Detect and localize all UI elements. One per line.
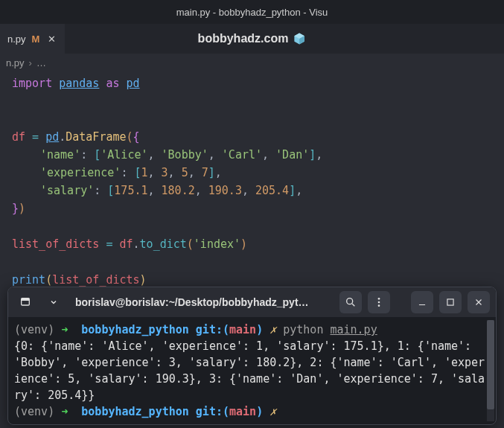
close-icon[interactable]: ✕ — [45, 33, 57, 45]
prompt-cmd: python — [283, 323, 323, 336]
svg-rect-1 — [22, 298, 30, 301]
code-line: df = pd.DataFrame({ — [12, 128, 492, 146]
terminal-scrollbar[interactable] — [487, 320, 494, 421]
code-line: }) — [12, 199, 492, 217]
code-line — [12, 92, 492, 110]
tab-row: n.py M ✕ bobbyhadz.com — [0, 24, 504, 54]
code-line: 'name': ['Alice', 'Bobby', 'Carl', 'Dan'… — [12, 146, 492, 164]
code-line — [12, 110, 492, 128]
code-editor[interactable]: import pandas as pd df = pd.DataFrame({ … — [0, 71, 504, 292]
menu-button[interactable] — [368, 291, 390, 313]
breadcrumb-file: n.py — [6, 57, 25, 68]
breadcrumb-more: … — [36, 57, 46, 68]
svg-point-2 — [347, 298, 353, 304]
svg-rect-6 — [447, 299, 453, 305]
breadcrumb[interactable]: n.py › … — [0, 54, 504, 71]
minimize-button[interactable] — [411, 291, 433, 313]
tab-modified-badge: M — [32, 33, 40, 45]
prompt-dir: bobbyhadz_python — [81, 323, 189, 336]
prompt-git: git:( — [196, 323, 229, 336]
search-button[interactable] — [339, 291, 362, 313]
terminal-panel: borislav@borislav:~/Desktop/bobbyhadz_py… — [7, 287, 497, 425]
terminal-title: borislav@borislav:~/Desktop/bobbyhadz_py… — [71, 296, 334, 308]
breadcrumb-sep: › — [29, 57, 32, 68]
cube-icon — [293, 32, 306, 45]
code-line: list_of_dicts = df.to_dict('index') — [12, 235, 492, 253]
prompt-file: main.py — [330, 323, 377, 336]
code-line: 'experience': [1, 3, 5, 7], — [12, 164, 492, 182]
scroll-thumb[interactable] — [487, 320, 494, 409]
prompt-arrow: ➜ — [61, 323, 68, 336]
code-line: import pandas as pd — [12, 74, 492, 92]
prompt-branch: main — [229, 323, 256, 336]
terminal-body[interactable]: (venv) ➜ bobbyhadz_python git:(main) ✗ p… — [8, 317, 496, 424]
svg-point-4 — [378, 301, 380, 304]
tab-main-py[interactable]: n.py M ✕ — [0, 24, 65, 54]
window-title: main.py - bobbyhadz_python - Visu — [176, 7, 328, 18]
dropdown-button[interactable] — [42, 291, 65, 313]
maximize-button[interactable] — [439, 291, 462, 313]
terminal-header: borislav@borislav:~/Desktop/bobbyhadz_py… — [8, 287, 496, 317]
prompt-dirty: ✗ — [269, 323, 276, 336]
code-line — [12, 253, 492, 271]
close-button[interactable] — [468, 291, 490, 313]
code-line — [12, 217, 492, 235]
terminal-output: {0: {'name': 'Alice', 'experience': 1, '… — [14, 339, 485, 402]
prompt-venv: (venv) — [14, 323, 54, 336]
banner-text: bobbyhadz.com — [198, 32, 289, 45]
svg-point-5 — [378, 304, 380, 307]
new-tab-button[interactable] — [14, 291, 36, 313]
tab-filename: n.py — [7, 33, 26, 45]
banner: bobbyhadz.com — [198, 32, 307, 45]
svg-point-3 — [378, 298, 380, 300]
code-line: 'salary': [175.1, 180.2, 190.3, 205.4], — [12, 182, 492, 199]
window-titlebar: main.py - bobbyhadz_python - Visu — [0, 0, 504, 24]
